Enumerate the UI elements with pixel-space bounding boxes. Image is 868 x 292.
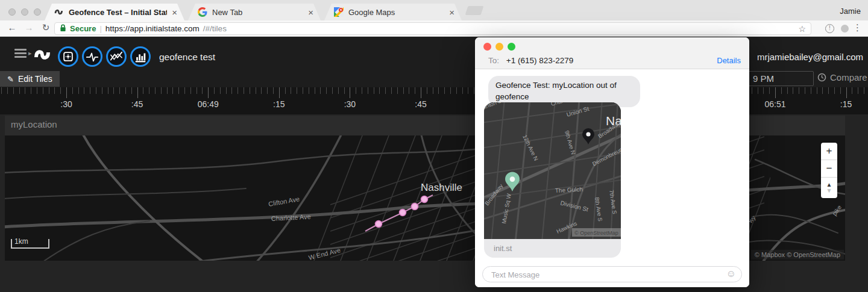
- tab-label: Google Maps: [348, 8, 444, 17]
- window-minimize-button[interactable]: [21, 8, 28, 16]
- reload-icon[interactable]: ↻: [40, 22, 52, 33]
- tiles-view-button[interactable]: [58, 46, 78, 67]
- url-host: https://app.initialstate.com: [105, 24, 200, 33]
- profile-avatar-icon[interactable]: [841, 25, 849, 33]
- zoom-in-button[interactable]: +: [821, 143, 837, 160]
- conversation-area: Geofence Test: myLocation out of geofenc…: [475, 69, 749, 266]
- address-bar[interactable]: Secure | https://app.initialstate.com /#…: [54, 22, 811, 35]
- secure-lock-icon: [60, 23, 66, 34]
- menu-arrow-icon: ▸: [28, 49, 32, 57]
- osm-attribution: © OpenStreetMap: [574, 230, 618, 236]
- edit-tiles-button[interactable]: ✎ Edit Tiles: [0, 71, 60, 87]
- initialstate-logo-icon: [34, 48, 55, 64]
- recipient-number: +1 (615) 823-2279: [506, 56, 573, 65]
- tab-new-tab[interactable]: New Tab ×: [188, 4, 321, 20]
- zoom-window-button[interactable]: [508, 43, 515, 51]
- compose-area: ☺: [475, 266, 749, 287]
- screen: Geofence Test – Initial State × New Tab …: [0, 0, 868, 292]
- google-g-icon: [198, 7, 207, 17]
- back-icon[interactable]: ←: [6, 22, 18, 33]
- pencil-icon: ✎: [7, 75, 14, 84]
- message-input[interactable]: ☺: [482, 266, 742, 282]
- google-maps-icon: [334, 7, 344, 17]
- zoom-out-button[interactable]: −: [821, 160, 837, 178]
- browser-profile-name[interactable]: Jamie: [840, 7, 861, 16]
- url-path: /#/tiles: [203, 24, 227, 33]
- account-info: rt mrjamiebailey@gmail.com: [743, 52, 863, 62]
- omnibox-separator: |: [99, 24, 101, 33]
- tiles-icon: [61, 50, 75, 63]
- browser-tab-strip: Geofence Test – Initial State × New Tab …: [0, 0, 868, 21]
- scale-label: 1km: [14, 237, 28, 246]
- clock-icon: [817, 73, 826, 82]
- tab-google-maps[interactable]: Google Maps ×: [324, 4, 462, 20]
- map-zoom-controls: + − ▲ ▼: [821, 143, 837, 198]
- browser-navbar: ← → ↻ Secure | https://app.initialstate.…: [0, 20, 868, 37]
- messages-window-controls: [483, 43, 515, 51]
- close-icon[interactable]: ×: [172, 8, 177, 17]
- minimize-window-button[interactable]: [495, 43, 503, 51]
- compass-down-icon: ▼: [826, 188, 832, 194]
- time-range-value: 9 PM: [753, 73, 774, 84]
- extension-icon[interactable]: !: [825, 24, 834, 33]
- bar-chart-icon: [134, 50, 147, 63]
- link-caption[interactable]: init.st: [484, 239, 621, 258]
- tab-label: Geofence Test – Initial State: [69, 8, 167, 17]
- message-text-field[interactable]: [490, 267, 715, 282]
- new-tab-button[interactable]: [465, 6, 484, 15]
- lines-icon: [110, 50, 123, 63]
- account-email[interactable]: mrjamiebailey@gmail.com: [757, 52, 863, 62]
- map-attachment[interactable]: Clinton StCharlotteUnion StNashville12th…: [484, 102, 621, 239]
- close-icon[interactable]: ×: [449, 8, 454, 17]
- to-label: To:: [488, 56, 499, 65]
- window-close-button[interactable]: [8, 8, 16, 16]
- bucket-title: geofence test: [159, 52, 215, 63]
- lines-view-button[interactable]: [106, 46, 127, 67]
- details-link[interactable]: Details: [717, 56, 741, 65]
- sidebar-toggle-button[interactable]: ▸: [14, 49, 33, 58]
- map-attribution[interactable]: © Mapbox © OpenStreetMap: [751, 250, 844, 259]
- messages-header: To: +1 (615) 823-2279 Details: [475, 37, 749, 69]
- window-controls: [8, 8, 41, 16]
- tab-geofence-test[interactable]: Geofence Test – Initial State ×: [45, 4, 184, 20]
- secure-label: Secure: [70, 24, 96, 33]
- window-zoom-button[interactable]: [34, 8, 41, 16]
- initialstate-favicon-icon: [54, 7, 64, 17]
- close-icon[interactable]: ×: [308, 8, 313, 17]
- waves-view-button[interactable]: [82, 46, 102, 67]
- compare-button[interactable]: Compare: [817, 72, 867, 82]
- map-scale-bar: 1km: [11, 239, 49, 249]
- forward-icon[interactable]: →: [23, 22, 35, 33]
- waveform-icon: [86, 50, 99, 63]
- compass-button[interactable]: ▲ ▼: [821, 178, 837, 198]
- tile-title: myLocation: [11, 119, 57, 129]
- bookmark-star-icon[interactable]: ☆: [798, 24, 806, 34]
- bars-view-button[interactable]: [130, 46, 151, 67]
- tab-label: New Tab: [212, 8, 303, 17]
- svg-text:Nashville: Nashville: [421, 182, 462, 193]
- recipient-row: To: +1 (615) 823-2279: [488, 56, 573, 65]
- browser-menu-icon[interactable]: ⋮: [853, 22, 862, 33]
- messages-window: To: +1 (615) 823-2279 Details Geofence T…: [475, 37, 749, 287]
- close-window-button[interactable]: [483, 43, 491, 51]
- emoji-picker-icon[interactable]: ☺: [726, 269, 736, 279]
